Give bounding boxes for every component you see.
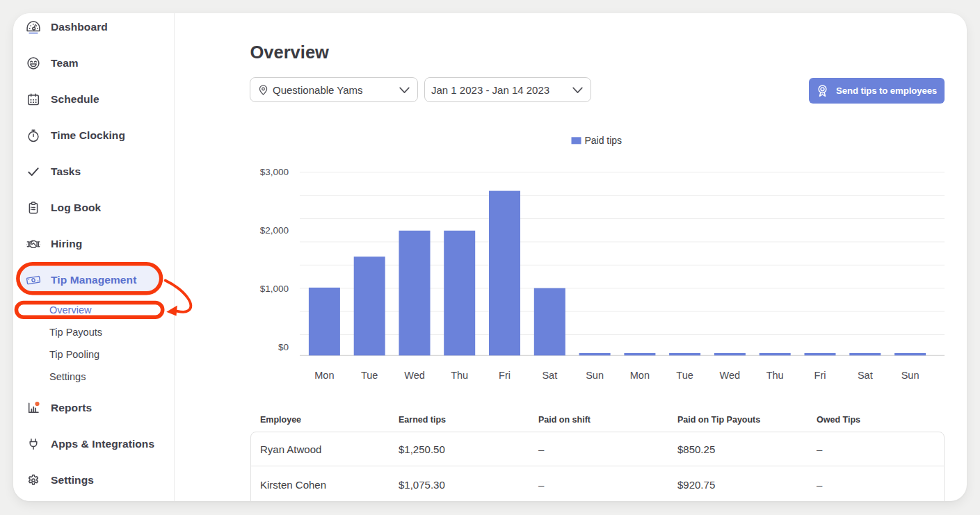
svg-text:Paid tips: Paid tips	[584, 135, 622, 146]
svg-text:Tue: Tue	[676, 370, 693, 381]
svg-text:Sun: Sun	[901, 370, 919, 381]
svg-text:Fri: Fri	[814, 370, 826, 381]
svg-text:$2,000: $2,000	[260, 225, 289, 236]
svg-text:Sun: Sun	[586, 370, 604, 381]
svg-text:$1,000: $1,000	[260, 284, 289, 294]
svg-text:Thu: Thu	[766, 370, 784, 381]
svg-text:Sat: Sat	[542, 370, 557, 381]
svg-text:Thu: Thu	[451, 370, 468, 381]
svg-text:Tue: Tue	[361, 370, 378, 381]
svg-text:Wed: Wed	[720, 370, 741, 381]
svg-text:$0: $0	[278, 342, 289, 352]
svg-text:Fri: Fri	[499, 370, 511, 381]
svg-text:Sat: Sat	[858, 370, 873, 381]
svg-text:$3,000: $3,000	[260, 167, 289, 177]
svg-text:Mon: Mon	[314, 370, 334, 381]
svg-text:Mon: Mon	[630, 370, 650, 381]
svg-text:Wed: Wed	[404, 370, 425, 381]
